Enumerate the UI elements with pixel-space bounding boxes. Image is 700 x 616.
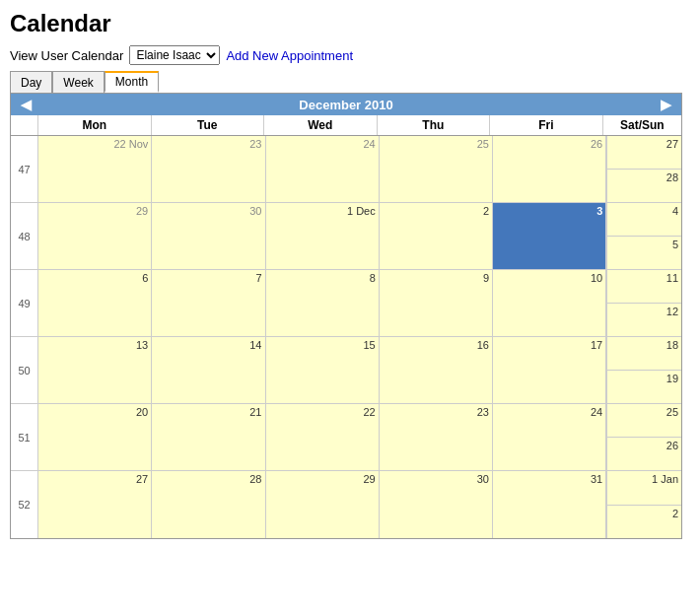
sat-sun-cell[interactable]: 18 bbox=[606, 337, 681, 371]
day-number: 25 bbox=[383, 138, 489, 150]
day-cell[interactable]: 21 bbox=[152, 404, 265, 470]
week-number: 47 bbox=[11, 136, 38, 202]
sat-sun-cell[interactable]: 2 bbox=[606, 506, 681, 539]
day-cell[interactable]: 30 bbox=[152, 203, 265, 269]
sat-sun-cell[interactable]: 28 bbox=[606, 170, 681, 202]
page-title: Calendar bbox=[10, 10, 690, 37]
week-row: 4829301 Dec2345 bbox=[11, 203, 681, 270]
day-cell[interactable]: 24 bbox=[266, 136, 380, 202]
day-number: 26 bbox=[496, 138, 602, 150]
day-number: 27 bbox=[610, 138, 678, 150]
sat-sun-cell[interactable]: 19 bbox=[606, 371, 681, 403]
sat-sun-cell[interactable]: 11 bbox=[606, 270, 681, 304]
day-cell[interactable]: 1 Dec bbox=[266, 203, 380, 269]
view-user-calendar-label: View User Calendar bbox=[10, 48, 123, 63]
day-cell[interactable]: 31 bbox=[493, 471, 606, 538]
week-number: 52 bbox=[11, 471, 38, 538]
day-cell[interactable]: 23 bbox=[380, 404, 493, 470]
user-select[interactable]: Elaine Isaac bbox=[129, 45, 220, 65]
day-cell[interactable]: 22 bbox=[266, 404, 380, 470]
day-number: 14 bbox=[155, 339, 261, 351]
day-number: 22 bbox=[269, 406, 376, 418]
day-number: 24 bbox=[269, 138, 376, 150]
day-number: 28 bbox=[155, 473, 261, 485]
day-cell[interactable]: 29 bbox=[266, 471, 380, 538]
next-arrow[interactable]: ▶ bbox=[657, 97, 675, 112]
week-num-header bbox=[11, 115, 38, 135]
week-number: 48 bbox=[11, 203, 38, 269]
day-header-satsum: Sat/Sun bbox=[603, 115, 681, 135]
sat-sun-cell[interactable]: 25 bbox=[606, 404, 681, 438]
tab-month[interactable]: Month bbox=[105, 71, 159, 93]
week-row: 5227282930311 Jan2 bbox=[11, 471, 681, 538]
day-cell[interactable]: 6 bbox=[38, 270, 152, 336]
day-cell[interactable]: 9 bbox=[380, 270, 493, 336]
day-header-fri: Fri bbox=[490, 115, 603, 135]
day-cell[interactable]: 14 bbox=[152, 337, 265, 403]
day-cell[interactable]: 25 bbox=[380, 136, 493, 202]
day-cell[interactable]: 10 bbox=[493, 270, 606, 336]
day-number: 19 bbox=[610, 373, 678, 384]
day-number: 30 bbox=[383, 473, 489, 485]
day-number: 10 bbox=[496, 272, 602, 284]
day-cell[interactable]: 15 bbox=[266, 337, 380, 403]
week-row: 5013141516171819 bbox=[11, 337, 681, 404]
day-cell[interactable]: 28 bbox=[152, 471, 265, 538]
day-number: 22 Nov bbox=[41, 138, 148, 150]
day-cell[interactable]: 26 bbox=[493, 136, 606, 202]
day-cell[interactable]: 20 bbox=[38, 404, 152, 470]
sat-sun-col: 2526 bbox=[606, 404, 681, 470]
day-number: 26 bbox=[610, 440, 678, 451]
day-cell[interactable]: 27 bbox=[38, 471, 152, 538]
day-number: 1 Jan bbox=[610, 473, 678, 485]
day-headers-row: Mon Tue Wed Thu Fri Sat/Sun bbox=[11, 115, 681, 136]
day-number: 7 bbox=[155, 272, 261, 284]
day-cell[interactable]: 23 bbox=[152, 136, 265, 202]
day-number: 5 bbox=[610, 239, 678, 250]
sat-sun-cell[interactable]: 5 bbox=[606, 237, 681, 269]
day-number: 8 bbox=[269, 272, 376, 284]
day-number: 13 bbox=[41, 339, 148, 351]
day-number: 28 bbox=[610, 171, 678, 183]
day-cell[interactable]: 8 bbox=[266, 270, 380, 336]
calendar-title: December 2010 bbox=[299, 98, 392, 112]
day-header-wed: Wed bbox=[264, 115, 378, 135]
tab-day[interactable]: Day bbox=[10, 71, 52, 93]
prev-arrow[interactable]: ◀ bbox=[17, 97, 35, 112]
tabs-container: Day Week Month bbox=[10, 71, 690, 93]
day-number: 2 bbox=[383, 205, 489, 217]
day-cell[interactable]: 7 bbox=[152, 270, 265, 336]
sat-sun-col: 1 Jan2 bbox=[606, 471, 681, 538]
day-cell[interactable]: 16 bbox=[380, 337, 493, 403]
week-row: 5120212223242526 bbox=[11, 404, 681, 471]
day-cell[interactable]: 24 bbox=[493, 404, 606, 470]
day-number: 16 bbox=[383, 339, 489, 351]
sat-sun-cell[interactable]: 12 bbox=[606, 304, 681, 336]
day-cell[interactable]: 17 bbox=[493, 337, 606, 403]
sat-sun-cell[interactable]: 4 bbox=[606, 203, 681, 237]
day-number: 24 bbox=[496, 406, 602, 418]
day-cell[interactable]: 29 bbox=[38, 203, 152, 269]
sat-sun-col: 1112 bbox=[606, 270, 681, 336]
day-header-thu: Thu bbox=[378, 115, 491, 135]
day-cell[interactable]: 30 bbox=[380, 471, 493, 538]
sat-sun-cell[interactable]: 27 bbox=[606, 136, 681, 170]
sat-sun-cell[interactable]: 26 bbox=[606, 438, 681, 470]
week-row: 496789101112 bbox=[11, 270, 681, 337]
tab-week[interactable]: Week bbox=[52, 71, 104, 93]
day-cell[interactable]: 3 bbox=[493, 203, 606, 269]
day-number: 17 bbox=[496, 339, 602, 351]
add-appointment-link[interactable]: Add New Appointment bbox=[226, 48, 353, 63]
week-number: 49 bbox=[11, 270, 38, 336]
day-cell[interactable]: 2 bbox=[380, 203, 493, 269]
day-cell[interactable]: 13 bbox=[38, 337, 152, 403]
day-number: 18 bbox=[610, 339, 678, 351]
day-number: 23 bbox=[383, 406, 489, 418]
day-number: 30 bbox=[155, 205, 261, 217]
calendar: ◀ December 2010 ▶ Mon Tue Wed Thu Fri Sa… bbox=[10, 93, 682, 539]
day-header-tue: Tue bbox=[152, 115, 265, 135]
day-cell[interactable]: 22 Nov bbox=[38, 136, 152, 202]
day-number: 3 bbox=[496, 205, 602, 217]
sat-sun-cell[interactable]: 1 Jan bbox=[606, 471, 681, 506]
day-number: 31 bbox=[496, 473, 602, 485]
